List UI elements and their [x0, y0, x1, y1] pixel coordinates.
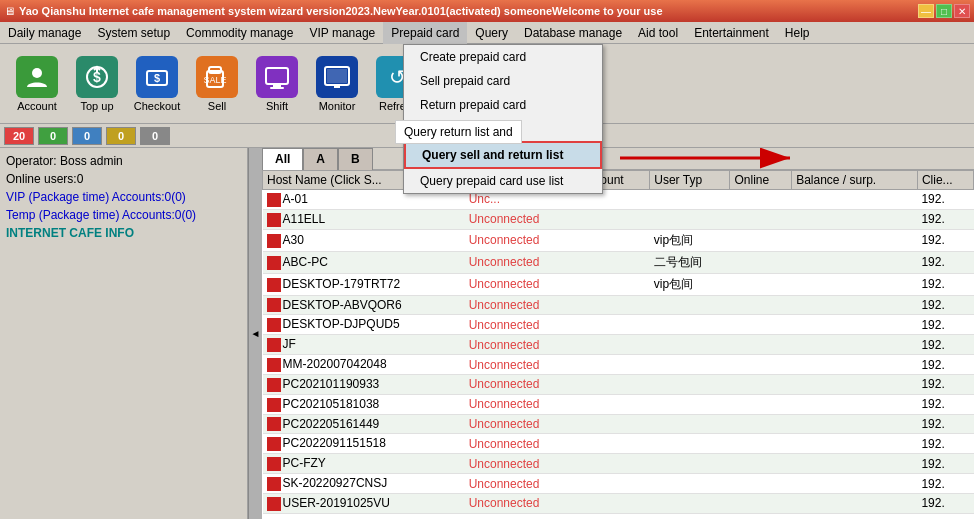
cell-user_type [650, 414, 730, 434]
tab-bar: AllAB [262, 148, 974, 170]
dropdown-item-5[interactable]: Query prepaid card use list [404, 169, 602, 193]
titlebar-controls: — □ ✕ [918, 4, 970, 18]
prepaid-card-menu[interactable]: Create prepaid cardSell prepaid cardRetu… [403, 44, 603, 194]
table-row[interactable]: DESKTOP-179TRT72Unconnectedvip包间192. [263, 273, 974, 295]
sidebar: Operator: Boss admin Online users:0 VIP … [0, 148, 248, 519]
cell-status: Unconnected [465, 251, 576, 273]
table-row[interactable]: A-01Unc...192. [263, 190, 974, 210]
cell-online [730, 434, 792, 454]
table-row[interactable]: PC202105181038Unconnected192. [263, 394, 974, 414]
close-button[interactable]: ✕ [954, 4, 970, 18]
cell-client: 192. [917, 295, 973, 315]
table-row[interactable]: MM-202007042048Unconnected192. [263, 355, 974, 375]
cell-balance [792, 315, 918, 335]
tab-all[interactable]: All [262, 148, 303, 170]
toolbar-btn-top-up[interactable]: $Top up [68, 49, 126, 119]
cell-hostname: DESKTOP-DJPQUD5 [263, 315, 465, 335]
cell-account [576, 251, 650, 273]
table-row[interactable]: PC-FZYUnconnected192. [263, 454, 974, 474]
menu-item-prepaid-card[interactable]: Prepaid card [383, 22, 467, 44]
menu-item-aid-tool[interactable]: Aid tool [630, 22, 686, 44]
table-row[interactable]: A30Unconnectedvip包间192. [263, 229, 974, 251]
collapse-button[interactable]: ◄ [248, 148, 262, 519]
cell-account [576, 394, 650, 414]
menu-item-daily-manage[interactable]: Daily manage [0, 22, 89, 44]
cell-balance [792, 229, 918, 251]
cell-client: 192. [917, 394, 973, 414]
cell-status: Unconnected [465, 315, 576, 335]
toolbar-btn-sell[interactable]: SALESell [188, 49, 246, 119]
cell-hostname: PC2022091151518 [263, 434, 465, 454]
cell-account [576, 355, 650, 375]
maximize-button[interactable]: □ [936, 4, 952, 18]
table-row[interactable]: DESKTOP-DJPQUD5Unconnected192. [263, 315, 974, 335]
vip-accounts: VIP (Package time) Accounts:0(0) [6, 190, 241, 204]
table-row[interactable]: JFUnconnected192. [263, 335, 974, 355]
cell-user_type [650, 315, 730, 335]
cell-online [730, 493, 792, 513]
cell-account [576, 315, 650, 335]
table-row[interactable]: PC202205161449Unconnected192. [263, 414, 974, 434]
table-header-row: Host Name (Click S... Stat... Account Us… [263, 171, 974, 190]
cell-balance [792, 251, 918, 273]
menu-item-entertainment[interactable]: Entertainment [686, 22, 777, 44]
menu-item-database-manage[interactable]: Database manage [516, 22, 630, 44]
cell-client: 192. [917, 454, 973, 474]
menu-item-commodity-manage[interactable]: Commodity manage [178, 22, 301, 44]
cell-balance [792, 209, 918, 229]
cell-client: 192. [917, 335, 973, 355]
cell-balance [792, 295, 918, 315]
cell-online [730, 190, 792, 210]
cell-online [730, 295, 792, 315]
tab-b[interactable]: B [338, 148, 373, 170]
table-row[interactable]: ABC-PCUnconnected二号包间192. [263, 251, 974, 273]
cell-online [730, 335, 792, 355]
cell-balance [792, 273, 918, 295]
account-icon [16, 56, 58, 98]
minimize-button[interactable]: — [918, 4, 934, 18]
svg-rect-9 [273, 84, 281, 87]
cell-user_type [650, 209, 730, 229]
dropdown-item-1[interactable]: Sell prepaid card [404, 69, 602, 93]
table-area: AllAB Host Name (Click S... Stat... Acco… [262, 148, 974, 519]
table-row[interactable]: SK-20220927CNSJUnconnected192. [263, 474, 974, 494]
cell-client: 192. [917, 273, 973, 295]
dropdown-item-0[interactable]: Create prepaid card [404, 45, 602, 69]
menubar: Daily manageSystem setupCommodity manage… [0, 22, 974, 44]
toolbar-btn-account[interactable]: Account [8, 49, 66, 119]
cell-status: Unconnected [465, 295, 576, 315]
table-body: A-01Unc...192.A11ELLUnconnected192.A30Un… [263, 190, 974, 514]
menu-item-system-setup[interactable]: System setup [89, 22, 178, 44]
host-icon [267, 298, 281, 312]
table-row[interactable]: A11ELLUnconnected192. [263, 209, 974, 229]
menu-item-query[interactable]: Query [467, 22, 516, 44]
menu-item-help[interactable]: Help [777, 22, 818, 44]
table-row[interactable]: PC2022091151518Unconnected192. [263, 434, 974, 454]
cell-account [576, 434, 650, 454]
table-row[interactable]: PC202101190933Unconnected192. [263, 374, 974, 394]
cell-account [576, 493, 650, 513]
col-usertype: User Typ [650, 171, 730, 190]
cell-client: 192. [917, 315, 973, 335]
cell-client: 192. [917, 374, 973, 394]
toolbar-btn-shift[interactable]: Shift [248, 49, 306, 119]
cell-online [730, 315, 792, 335]
table-row[interactable]: DESKTOP-ABVQOR6Unconnected192. [263, 295, 974, 315]
cell-hostname: PC202105181038 [263, 394, 465, 414]
table-row[interactable]: USER-20191025VUUnconnected192. [263, 493, 974, 513]
cell-client: 192. [917, 474, 973, 494]
cell-account [576, 295, 650, 315]
dropdown-item-3[interactable]: Query prepaid card [404, 117, 602, 141]
menu-item-vip-manage[interactable]: VIP manage [301, 22, 383, 44]
cell-account [576, 374, 650, 394]
cell-online [730, 229, 792, 251]
tab-a[interactable]: A [303, 148, 338, 170]
toolbar-btn-checkout[interactable]: $Checkout [128, 49, 186, 119]
toolbar-btn-monitor[interactable]: Monitor [308, 49, 366, 119]
cell-online [730, 251, 792, 273]
cell-user_type [650, 295, 730, 315]
cell-client: 192. [917, 209, 973, 229]
dropdown-item-4[interactable]: Query sell and return list [404, 141, 602, 169]
host-icon [267, 278, 281, 292]
dropdown-item-2[interactable]: Return prepaid card [404, 93, 602, 117]
